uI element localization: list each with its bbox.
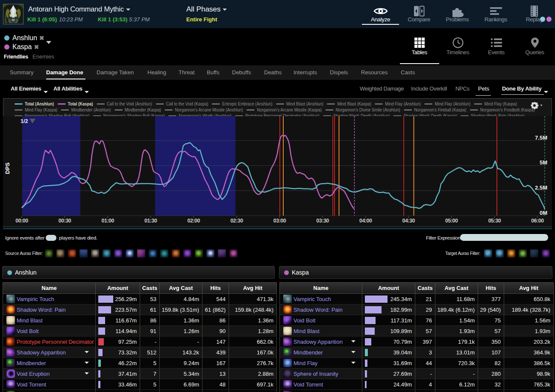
svg-text:04:30: 04:30 — [402, 218, 415, 224]
svg-text:03:00: 03:00 — [273, 218, 286, 224]
svg-text:01:30: 01:30 — [144, 218, 157, 224]
svg-text:00:00: 00:00 — [15, 218, 28, 224]
svg-text:02:00: 02:00 — [188, 218, 200, 224]
svg-text:01:00: 01:00 — [101, 218, 114, 224]
svg-text:00:30: 00:30 — [59, 218, 71, 224]
svg-text:05:00: 05:00 — [445, 218, 458, 224]
svg-text:0M: 0M — [540, 210, 547, 216]
svg-text:2.5M: 2.5M — [535, 184, 547, 191]
svg-text:02:30: 02:30 — [230, 218, 243, 224]
svg-text:1/2: 1/2 — [21, 118, 28, 124]
svg-text:03:30: 03:30 — [316, 218, 329, 224]
svg-text:5M: 5M — [540, 159, 547, 166]
svg-text:7.5M: 7.5M — [535, 135, 547, 141]
svg-text:06:00: 06:00 — [531, 218, 544, 224]
svg-text:DPS: DPS — [4, 162, 11, 174]
svg-text:05:30: 05:30 — [488, 218, 501, 224]
svg-text:04:00: 04:00 — [359, 218, 372, 224]
